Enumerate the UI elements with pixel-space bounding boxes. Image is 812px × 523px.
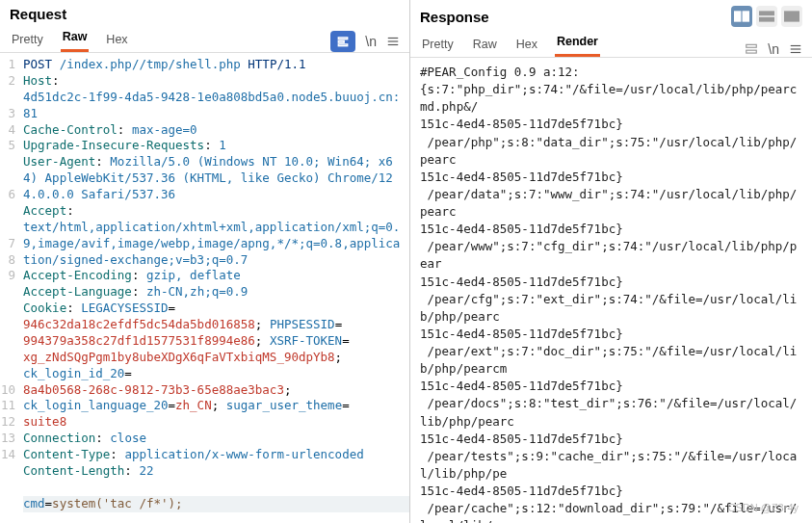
newline-toggle[interactable]: \n [365,34,377,49]
resp-rows-icon[interactable] [745,42,758,56]
actions-button[interactable] [330,31,355,52]
resp-tab-render[interactable]: Render [555,31,600,57]
tab-hex[interactable]: Hex [104,29,129,52]
resp-tab-hex[interactable]: Hex [514,34,539,57]
resp-tab-raw[interactable]: Raw [471,34,499,57]
response-body[interactable]: #PEAR_Config 0.9 a:12: {s:7:"php_dir";s:… [410,58,812,523]
layout-split-horizontal-icon[interactable] [756,6,777,27]
svg-rect-8 [743,11,749,21]
resp-tab-pretty[interactable]: Pretty [420,34,456,57]
request-pane: Request Pretty Raw Hex \n 12 345 6 789 1… [0,0,410,523]
tab-raw[interactable]: Raw [61,26,90,52]
tab-pretty[interactable]: Pretty [10,29,45,52]
svg-rect-1 [339,40,345,42]
layout-split-vertical-icon[interactable] [731,6,752,27]
svg-rect-12 [747,44,757,47]
watermark: CSDN @Z3r4y [727,502,799,513]
hamburger-icon[interactable] [386,35,400,48]
svg-rect-7 [734,11,741,21]
response-title: Response [420,9,731,25]
svg-rect-9 [759,11,774,15]
request-header: Request [0,0,409,22]
response-tabs: Pretty Raw Hex Render \n [410,27,812,58]
svg-rect-10 [759,17,774,22]
request-tabs: Pretty Raw Hex \n [0,22,409,53]
request-title: Request [10,6,400,22]
svg-rect-0 [339,38,348,39]
svg-rect-2 [339,44,348,46]
request-editor[interactable]: 12 345 6 789 1011121314 POST /index.php/… [0,53,409,523]
svg-rect-11 [784,11,799,21]
line-gutter: 12 345 6 789 1011121314 [0,57,19,519]
layout-single-icon[interactable] [781,6,802,27]
response-header: Response [410,0,812,27]
resp-hamburger-icon[interactable] [789,42,802,56]
resp-newline-toggle[interactable]: \n [768,41,779,57]
svg-rect-13 [747,50,757,53]
response-pane: Response Pretty Raw Hex Render \n [410,0,812,523]
